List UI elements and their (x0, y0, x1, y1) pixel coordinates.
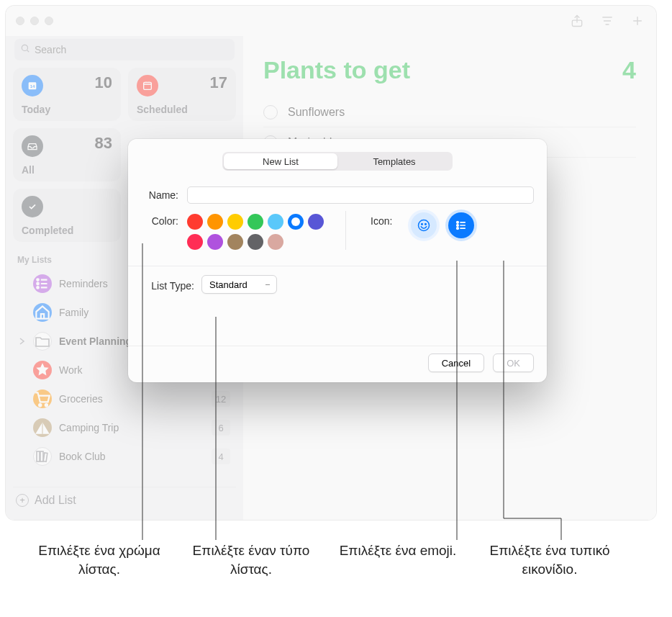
color-swatch[interactable] (288, 214, 304, 230)
color-swatch[interactable] (248, 214, 263, 230)
svg-point-7 (37, 283, 39, 285)
list-item-count: 6 (212, 420, 230, 436)
svg-point-6 (37, 279, 39, 281)
add-list-label: Add List (35, 494, 76, 507)
list-title: Plants to get (263, 56, 410, 84)
tab-new-list[interactable]: New List (224, 153, 337, 169)
list-type-label: List Type: (141, 277, 194, 292)
card-all-count: 83 (95, 134, 112, 153)
list-type-value: Standard (209, 279, 248, 290)
card-today-label: Today (22, 104, 50, 115)
tray-icon (22, 135, 43, 157)
callout-icon: Επιλέξτε ένα τυπικό εικονίδιο. (471, 541, 629, 578)
list-item-count: 4 (212, 449, 230, 464)
color-label: Color: (141, 212, 178, 227)
star-icon (33, 361, 52, 379)
color-swatch[interactable] (268, 234, 283, 250)
tab-templates[interactable]: Templates (337, 153, 451, 169)
svg-point-16 (425, 224, 427, 225)
list-item-label: Camping Trip (59, 422, 204, 433)
calendar-today-icon: 14 (22, 75, 43, 96)
tent-icon (33, 418, 52, 437)
titlebar (6, 6, 656, 36)
svg-rect-11 (37, 451, 40, 461)
close-window-button[interactable] (16, 17, 24, 25)
list-type-select[interactable]: Standard (201, 275, 277, 294)
card-scheduled[interactable]: 17 Scheduled (128, 68, 236, 121)
color-swatch[interactable] (207, 234, 223, 250)
callouts: Επιλέξτε ένα χρώμα λίστας. Επιλέξτε έναν… (0, 541, 672, 578)
svg-point-14 (419, 220, 430, 231)
window-controls (16, 17, 53, 25)
search-icon (20, 43, 30, 56)
reminder-item[interactable]: Sunflowers (263, 97, 636, 127)
card-all[interactable]: 83 All (13, 128, 121, 181)
icon-label: Icon: (371, 212, 392, 227)
list-item-count: 12 (212, 391, 230, 407)
cancel-button[interactable]: Cancel (428, 353, 484, 372)
zoom-window-button[interactable] (45, 17, 53, 25)
divider (345, 211, 346, 250)
color-swatch[interactable] (248, 234, 263, 250)
callout-color: Επιλέξτε ένα χρώμα λίστας. (35, 541, 164, 578)
list-count: 4 (622, 56, 636, 84)
plus-circle-icon: + (16, 494, 29, 507)
books-icon (33, 447, 52, 466)
card-today[interactable]: 14 10 Today (13, 68, 121, 121)
color-swatch[interactable] (268, 214, 283, 230)
name-input[interactable] (187, 186, 534, 204)
chevron-right-icon (19, 338, 26, 345)
cart-icon (33, 389, 52, 408)
new-list-sheet: New List Templates Name: Color: Icon: (128, 139, 547, 382)
svg-rect-12 (40, 451, 43, 461)
callout-emoji: Επιλέξτε ένα emoji. (330, 541, 466, 578)
color-swatch[interactable] (227, 214, 243, 230)
name-label: Name: (141, 186, 178, 201)
minimize-window-button[interactable] (30, 17, 39, 25)
card-scheduled-count: 17 (210, 73, 227, 92)
svg-point-15 (422, 224, 423, 225)
card-today-count: 10 (95, 73, 112, 92)
svg-point-18 (457, 225, 459, 227)
list-icon (33, 274, 52, 293)
color-swatch[interactable] (187, 234, 203, 250)
svg-point-9 (39, 404, 41, 406)
svg-point-1 (22, 45, 27, 50)
house-icon (33, 303, 52, 322)
svg-point-19 (457, 228, 459, 230)
svg-point-17 (457, 222, 459, 224)
color-swatch[interactable] (227, 234, 243, 250)
svg-point-8 (37, 287, 39, 289)
add-icon[interactable] (630, 14, 645, 28)
svg-rect-5 (144, 82, 152, 89)
ok-button[interactable]: OK (493, 353, 534, 372)
list-item-label: Book Club (59, 451, 204, 462)
reminder-checkbox[interactable] (263, 105, 278, 120)
search-field[interactable] (14, 39, 235, 60)
color-swatches (187, 212, 324, 250)
reminder-title: Sunflowers (288, 106, 345, 119)
list-item-label: Groceries (59, 393, 204, 405)
share-icon[interactable] (570, 14, 584, 28)
search-input[interactable] (35, 44, 229, 55)
sidebar-list-item[interactable]: Groceries12 (13, 384, 236, 413)
color-swatch[interactable] (187, 214, 203, 230)
sort-icon[interactable] (600, 14, 614, 28)
add-list-button[interactable]: + Add List (13, 487, 236, 513)
checkmark-icon (22, 196, 43, 217)
card-scheduled-label: Scheduled (137, 104, 188, 115)
color-swatch[interactable] (207, 214, 223, 230)
calendar-icon (137, 75, 158, 96)
svg-text:14: 14 (30, 84, 35, 89)
color-swatch[interactable] (308, 214, 324, 230)
card-all-label: All (22, 164, 35, 176)
icon-picker-button[interactable] (448, 212, 474, 238)
sidebar-list-item[interactable]: Book Club4 (13, 442, 236, 471)
svg-point-10 (45, 404, 47, 406)
sidebar-list-item[interactable]: Camping Trip6 (13, 413, 236, 442)
card-completed[interactable]: Completed (13, 189, 121, 242)
callout-list-type: Επιλέξτε έναν τύπο λίστας. (183, 541, 319, 578)
emoji-picker-button[interactable] (411, 212, 437, 238)
folder-icon (33, 332, 52, 351)
svg-rect-13 (43, 453, 47, 461)
